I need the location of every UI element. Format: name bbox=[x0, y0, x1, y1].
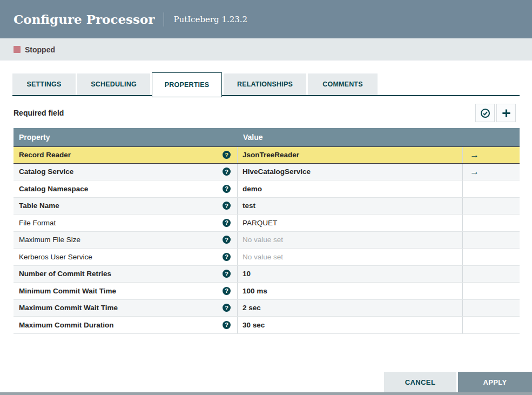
tab-relationships[interactable]: RELATIONSHIPS bbox=[224, 73, 306, 95]
value-cell[interactable]: demo bbox=[238, 180, 463, 197]
required-field-label: Required field bbox=[14, 109, 64, 117]
column-header-value: Value bbox=[238, 133, 463, 142]
property-cell: Maximum File Size ? bbox=[14, 232, 238, 249]
property-value: PARQUET bbox=[243, 219, 277, 227]
value-cell[interactable]: PARQUET bbox=[238, 215, 463, 231]
property-cell: Maximum Commit Duration ? bbox=[14, 317, 238, 333]
table-row[interactable]: File Format ? PARQUET bbox=[14, 215, 520, 232]
dialog-bottom-edge bbox=[0, 392, 532, 395]
help-icon[interactable]: ? bbox=[223, 253, 231, 261]
action-cell bbox=[463, 249, 520, 265]
help-icon[interactable]: ? bbox=[223, 236, 231, 244]
property-value: 10 bbox=[243, 270, 251, 278]
property-name: Maximum Commit Duration bbox=[19, 321, 114, 329]
value-cell[interactable]: JsonTreeReader bbox=[238, 147, 463, 163]
action-cell bbox=[463, 180, 520, 197]
table-row[interactable]: Maximum File Size ? No value set bbox=[14, 232, 520, 249]
property-name: File Format bbox=[19, 219, 56, 227]
property-value: 30 sec bbox=[243, 321, 265, 329]
cancel-button[interactable]: CANCEL bbox=[384, 372, 456, 392]
property-cell: Number of Commit Retries ? bbox=[14, 266, 238, 283]
property-value: No value set bbox=[243, 253, 283, 261]
property-value: No value set bbox=[243, 236, 283, 244]
property-name: Maximum File Size bbox=[19, 236, 80, 244]
table-row[interactable]: Maximum Commit Wait Time ? 2 sec bbox=[14, 300, 520, 317]
property-cell: File Format ? bbox=[14, 215, 238, 231]
property-name: Catalog Namespace bbox=[19, 185, 88, 193]
tab-scheduling[interactable]: SCHEDULING bbox=[77, 73, 150, 95]
table-row[interactable]: Number of Commit Retries ? 10 bbox=[14, 266, 520, 283]
status-bar: Stopped bbox=[0, 38, 532, 61]
tab-settings[interactable]: SETTINGS bbox=[12, 73, 76, 95]
property-table-body: Record Reader ? JsonTreeReader → Catalog… bbox=[14, 146, 520, 334]
property-value: demo bbox=[243, 185, 262, 193]
property-value: test bbox=[243, 202, 255, 210]
property-name: Minimum Commit Wait Time bbox=[19, 287, 116, 295]
action-cell bbox=[463, 266, 520, 283]
property-cell: Catalog Namespace ? bbox=[14, 180, 238, 197]
value-cell[interactable]: 2 sec bbox=[238, 300, 463, 317]
value-cell[interactable]: 10 bbox=[238, 266, 463, 283]
property-cell: Catalog Service ? bbox=[14, 164, 238, 180]
property-cell: Table Name ? bbox=[14, 198, 238, 215]
table-row[interactable]: Record Reader ? JsonTreeReader → bbox=[14, 146, 520, 164]
configure-processor-dialog: Configure Processor PutIceberg 1.23.2 St… bbox=[0, 0, 532, 395]
table-row[interactable]: Catalog Service ? HiveCatalogService → bbox=[14, 164, 520, 181]
value-cell[interactable]: test bbox=[238, 198, 463, 215]
action-cell bbox=[463, 198, 520, 215]
add-property-button[interactable] bbox=[496, 104, 516, 122]
property-cell: Kerberos User Service ? bbox=[14, 249, 238, 265]
title-divider bbox=[164, 12, 164, 26]
action-cell bbox=[463, 317, 520, 333]
help-icon[interactable]: ? bbox=[223, 151, 231, 159]
table-row[interactable]: Catalog Namespace ? demo bbox=[14, 180, 520, 198]
action-cell bbox=[463, 300, 520, 317]
help-icon[interactable]: ? bbox=[223, 270, 231, 278]
property-value: HiveCatalogService bbox=[243, 168, 311, 176]
help-icon[interactable]: ? bbox=[223, 304, 231, 312]
help-icon[interactable]: ? bbox=[223, 168, 231, 176]
help-icon[interactable]: ? bbox=[223, 287, 231, 295]
tab-underline bbox=[12, 95, 520, 96]
go-to-service-arrow-icon[interactable]: → bbox=[470, 167, 479, 176]
apply-button[interactable]: APPLY bbox=[458, 372, 532, 392]
toolbar-buttons bbox=[475, 104, 516, 122]
property-name: Catalog Service bbox=[19, 168, 73, 176]
table-row[interactable]: Kerberos User Service ? No value set bbox=[14, 249, 520, 266]
help-icon[interactable]: ? bbox=[223, 321, 231, 329]
go-to-service-arrow-icon[interactable]: → bbox=[470, 150, 479, 159]
property-value: 100 ms bbox=[243, 287, 267, 295]
value-cell[interactable]: No value set bbox=[238, 232, 463, 249]
table-row[interactable]: Minimum Commit Wait Time ? 100 ms bbox=[14, 283, 520, 300]
property-cell: Minimum Commit Wait Time ? bbox=[14, 283, 238, 299]
value-cell[interactable]: 30 sec bbox=[238, 317, 463, 333]
action-cell bbox=[463, 232, 520, 249]
table-header-row: Property Value bbox=[14, 128, 520, 146]
property-value: JsonTreeReader bbox=[243, 151, 299, 159]
property-name: Record Reader bbox=[19, 151, 71, 159]
tab-comments[interactable]: COMMENTS bbox=[308, 73, 378, 95]
property-cell: Maximum Commit Wait Time ? bbox=[14, 300, 238, 317]
verify-properties-button[interactable] bbox=[475, 104, 495, 122]
dialog-footer: CANCEL APPLY bbox=[384, 372, 532, 392]
table-row[interactable]: Table Name ? test bbox=[14, 198, 520, 215]
value-cell[interactable]: No value set bbox=[238, 249, 463, 265]
help-icon[interactable]: ? bbox=[223, 219, 231, 227]
property-name: Table Name bbox=[19, 202, 59, 210]
tab-properties[interactable]: PROPERTIES bbox=[152, 72, 222, 97]
properties-table: Property Value Record Reader ? JsonTreeR… bbox=[14, 128, 520, 334]
check-circle-icon bbox=[480, 108, 490, 118]
table-row[interactable]: Maximum Commit Duration ? 30 sec bbox=[14, 317, 520, 334]
property-cell: Record Reader ? bbox=[14, 147, 238, 163]
dialog-title: Configure Processor bbox=[14, 12, 154, 26]
help-icon[interactable]: ? bbox=[223, 185, 231, 193]
property-name: Number of Commit Retries bbox=[19, 270, 111, 278]
plus-icon bbox=[501, 108, 511, 118]
action-cell bbox=[463, 215, 520, 231]
tab-bar: SETTINGS SCHEDULING PROPERTIES RELATIONS… bbox=[12, 72, 520, 97]
value-cell[interactable]: HiveCatalogService bbox=[238, 164, 463, 180]
status-label: Stopped bbox=[25, 45, 55, 54]
help-icon[interactable]: ? bbox=[223, 202, 231, 210]
column-header-property: Property bbox=[14, 133, 238, 142]
value-cell[interactable]: 100 ms bbox=[238, 283, 463, 299]
